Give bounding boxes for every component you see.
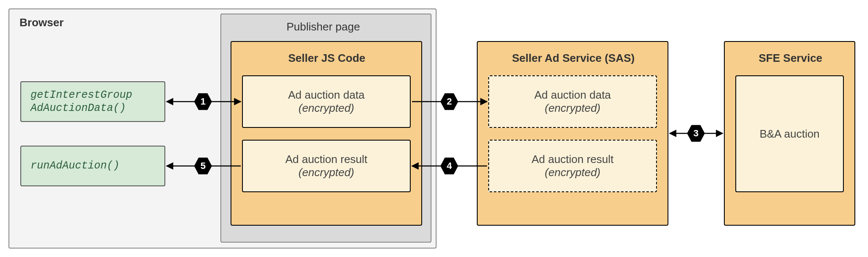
seller-js-auction-result-box: Ad auction result (encrypted)	[242, 140, 411, 192]
browser-label: Browser	[19, 16, 64, 29]
sas-auction-data-box: Ad auction data (encrypted)	[488, 75, 657, 128]
sas-label: Seller Ad Service (SAS)	[512, 52, 635, 65]
seller-js-auction-data-box: Ad auction data (encrypted)	[242, 75, 411, 128]
get-interest-group-api-box: getInterestGroup AdAuctionData()	[20, 81, 165, 122]
step-2-badge: 2	[440, 93, 458, 111]
auction-data-line1: Ad auction data	[288, 88, 365, 102]
step-4-badge: 4	[440, 157, 458, 175]
auction-data-line2: (encrypted)	[298, 102, 354, 115]
step-3-badge: 3	[687, 124, 705, 142]
sas-container	[477, 41, 668, 226]
get-interest-group-api-label: getInterestGroup AdAuctionData()	[31, 88, 155, 115]
sas-auction-result-box: Ad auction result (encrypted)	[488, 140, 657, 192]
auction-flow-diagram: Browser Publisher page Seller JS Code Ad…	[8, 8, 860, 249]
auction-result-line1: Ad auction result	[285, 153, 367, 166]
ba-auction-label: B&A auction	[760, 127, 820, 141]
run-ad-auction-api-box: runAdAuction()	[20, 146, 165, 186]
publisher-label: Publisher page	[287, 20, 360, 33]
run-ad-auction-api-label: runAdAuction()	[31, 159, 120, 172]
sas-result-line2: (encrypted)	[545, 166, 601, 179]
sfe-label: SFE Service	[759, 52, 822, 65]
auction-result-line2: (encrypted)	[298, 166, 354, 179]
seller-js-label: Seller JS Code	[288, 52, 365, 65]
seller-js-code-container	[231, 41, 422, 226]
sas-data-line2: (encrypted)	[545, 102, 601, 115]
ba-auction-box: B&A auction	[735, 75, 844, 192]
sas-data-line1: Ad auction data	[534, 88, 611, 102]
sas-result-line1: Ad auction result	[531, 153, 614, 166]
